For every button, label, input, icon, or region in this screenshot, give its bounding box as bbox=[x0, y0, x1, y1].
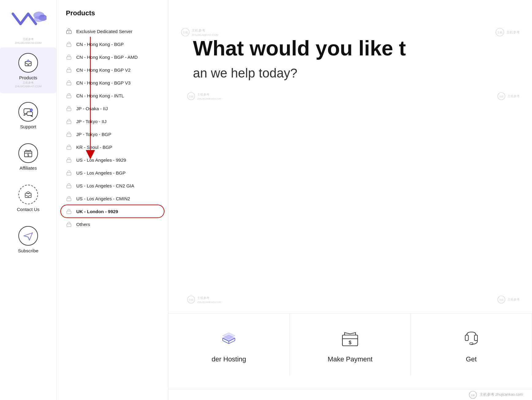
dropdown-item-hk-bgp-v2[interactable]: CN - Hong Kong - BGP V2 bbox=[63, 63, 162, 76]
card-make-payment[interactable]: $ Make Payment bbox=[290, 314, 411, 375]
dropdown-item-hk-bgp-v3[interactable]: CN - Hong Kong - BGP V3 bbox=[63, 76, 162, 89]
dropdown-item-us-la-bgp-label: US - Los Angeles - BGP bbox=[76, 170, 126, 175]
sidebar-item-products[interactable]: Products 主机参考ZHUJICANKAO.COM bbox=[0, 47, 56, 93]
svg-rect-14 bbox=[67, 57, 71, 59]
products-dropdown: Products Exclusive Dedicated Server CN -… bbox=[57, 0, 168, 400]
main-content: 主机 主机参考ZHUJICANKAO.COM 主机 主机参考 What woul… bbox=[168, 0, 532, 400]
dropdown-item-exclusive[interactable]: Exclusive Dedicated Server bbox=[63, 25, 162, 38]
lock-icon-jp-osaka bbox=[66, 105, 72, 111]
bottom-bar: 主机 主机参考 zhujicankao.com bbox=[168, 389, 532, 400]
dropdown-item-us-la-cmin2-label: US - Los Angeles - CMIN2 bbox=[76, 196, 130, 201]
card-order-hosting-label: der Hosting bbox=[212, 355, 246, 363]
card-make-payment-label: Make Payment bbox=[328, 355, 373, 363]
dropdown-item-others[interactable]: Others bbox=[63, 218, 162, 231]
svg-rect-20 bbox=[67, 134, 71, 137]
watermark-6: 主机 主机参考 bbox=[497, 295, 520, 304]
dropdown-item-kr-seoul[interactable]: KR - Seoul - BGP bbox=[63, 141, 162, 153]
svg-rect-25 bbox=[67, 198, 71, 201]
dropdown-item-uk-london-label: UK - London - 9929 bbox=[76, 209, 118, 214]
svg-point-12 bbox=[69, 32, 70, 33]
dropdown-item-us-la-cn2-label: US - Los Angeles - CN2 GIA bbox=[76, 183, 134, 188]
subscribe-icon-wrapper bbox=[18, 226, 38, 246]
sidebar-item-support-label: Support bbox=[20, 124, 36, 129]
dropdown-item-hk-bgp-amd-label: CN - Hong Kong - BGP - AMD bbox=[76, 55, 138, 60]
lock-icon-jp-tokyo-iij bbox=[66, 118, 72, 124]
lock-icon-us-la-9929 bbox=[66, 157, 72, 163]
lock-icon-hk-bgp-v2 bbox=[66, 67, 72, 73]
bottom-watermark-text: 主机参考 zhujicankao.com bbox=[480, 392, 523, 397]
products-icon-wrapper bbox=[18, 53, 38, 73]
svg-text:主机: 主机 bbox=[499, 299, 504, 301]
svg-rect-22 bbox=[67, 160, 71, 162]
dropdown-item-hk-bgp-label: CN - Hong Kong - BGP bbox=[76, 42, 124, 47]
svg-text:主机: 主机 bbox=[189, 299, 194, 301]
dropdown-item-jp-osaka[interactable]: JP - Osaka - IIJ bbox=[63, 102, 162, 115]
svg-text:!: ! bbox=[31, 109, 32, 111]
svg-point-2 bbox=[34, 16, 44, 22]
sidebar-item-subscribe-label: Subscribe bbox=[18, 248, 39, 253]
sidebar-item-contact[interactable]: Contact Us bbox=[0, 179, 56, 217]
lock-icon-hk-bgp-amd bbox=[66, 54, 72, 60]
watermark-4: 主机 主机参考 bbox=[497, 92, 520, 100]
hero-subtitle: an we help today? bbox=[193, 66, 507, 81]
dropdown-item-hk-bgp[interactable]: CN - Hong Kong - BGP bbox=[63, 38, 162, 51]
sidebar: 主机参考ZHUJICANKAO.COM Products 主机参考ZHUJICA… bbox=[0, 0, 57, 400]
svg-rect-21 bbox=[67, 147, 71, 149]
dropdown-item-jp-tokyo-bgp[interactable]: JP - Tokyo - BGP bbox=[63, 128, 162, 141]
cards-section: 主机 主机参考ZHUJICANKAO.COM 主机 主机参考 der Hosti… bbox=[168, 313, 532, 375]
dropdown-item-hk-bgp-amd[interactable]: CN - Hong Kong - BGP - AMD bbox=[63, 51, 162, 63]
svg-rect-16 bbox=[67, 82, 71, 85]
svg-rect-26 bbox=[67, 211, 71, 214]
dropdown-item-jp-osaka-label: JP - Osaka - IIJ bbox=[76, 106, 108, 111]
svg-rect-18 bbox=[67, 108, 71, 111]
dropdown-item-us-la-cn2[interactable]: US - Los Angeles - CN2 GIA bbox=[63, 179, 162, 192]
svg-text:主机: 主机 bbox=[471, 394, 475, 396]
products-watermark: 主机参考ZHUJICANKAO.COM bbox=[15, 81, 41, 88]
dropdown-item-jp-tokyo-iij-label: JP - Tokyo - IIJ bbox=[76, 119, 107, 124]
sidebar-item-affiliates[interactable]: $ Affiliates bbox=[0, 138, 56, 176]
dropdown-item-hk-bgp-v2-label: CN - Hong Kong - BGP V2 bbox=[76, 67, 130, 73]
server-icon bbox=[66, 28, 72, 34]
lock-icon-us-la-cmin2 bbox=[66, 195, 72, 202]
sidebar-item-affiliates-label: Affiliates bbox=[20, 165, 37, 171]
svg-text:$: $ bbox=[27, 153, 29, 157]
card-get[interactable]: Get bbox=[411, 314, 532, 375]
lock-icon-uk-london bbox=[66, 208, 72, 214]
card-order-hosting[interactable]: der Hosting bbox=[168, 314, 290, 375]
svg-text:主机: 主机 bbox=[189, 95, 194, 98]
logo-watermark: 主机参考ZHUJICANKAO.COM bbox=[15, 37, 41, 44]
lock-icon-hk-bgp-v3 bbox=[66, 80, 72, 86]
logo[interactable] bbox=[8, 6, 48, 31]
order-hosting-icon bbox=[217, 326, 241, 350]
card-get-label: Get bbox=[466, 355, 477, 363]
sidebar-item-subscribe[interactable]: Subscribe bbox=[0, 221, 56, 259]
dropdown-item-us-la-cmin2[interactable]: US - Los Angeles - CMIN2 bbox=[63, 192, 162, 205]
sidebar-item-products-label: Products bbox=[19, 75, 37, 80]
dropdown-item-us-la-bgp[interactable]: US - Los Angeles - BGP bbox=[63, 166, 162, 179]
dropdown-item-us-la-9929-label: US - Los Angeles - 9929 bbox=[76, 157, 126, 163]
dropdown-item-hk-intl[interactable]: CN - Hong Kong - INTL bbox=[63, 89, 162, 102]
svg-rect-45 bbox=[474, 335, 477, 341]
dropdown-title: Products bbox=[63, 9, 162, 17]
svg-rect-15 bbox=[67, 70, 71, 72]
hero-title: What would you like t bbox=[193, 37, 507, 60]
watermark-3: 主机 主机参考ZHUJICANKAO.COM bbox=[187, 92, 221, 100]
dropdown-item-exclusive-label: Exclusive Dedicated Server bbox=[76, 29, 132, 34]
watermark-5: 主机 主机参考ZHUJICANKAO.COM bbox=[187, 295, 221, 304]
make-payment-icon: $ bbox=[338, 326, 362, 350]
dropdown-item-uk-london[interactable]: UK - London - 9929 bbox=[63, 205, 162, 218]
lock-icon-others bbox=[66, 221, 72, 227]
dropdown-item-us-la-9929[interactable]: US - Los Angeles - 9929 bbox=[63, 153, 162, 166]
dropdown-item-jp-tokyo-iij[interactable]: JP - Tokyo - IIJ bbox=[63, 115, 162, 128]
lock-icon-us-la-bgp bbox=[66, 170, 72, 176]
dropdown-item-hk-intl-label: CN - Hong Kong - INTL bbox=[76, 93, 124, 98]
lock-icon-jp-tokyo-bgp bbox=[66, 131, 72, 137]
svg-rect-27 bbox=[67, 224, 71, 227]
sidebar-item-support[interactable]: ! Support bbox=[0, 96, 56, 135]
svg-rect-13 bbox=[67, 44, 71, 47]
support-icon-wrapper: ! bbox=[18, 102, 38, 122]
contact-icon-wrapper bbox=[18, 185, 38, 204]
svg-text:主机: 主机 bbox=[499, 95, 504, 98]
sidebar-item-contact-label: Contact Us bbox=[17, 207, 40, 212]
main-hero: What would you like t 主机 主机参考ZHUJICANKAO… bbox=[168, 0, 532, 93]
